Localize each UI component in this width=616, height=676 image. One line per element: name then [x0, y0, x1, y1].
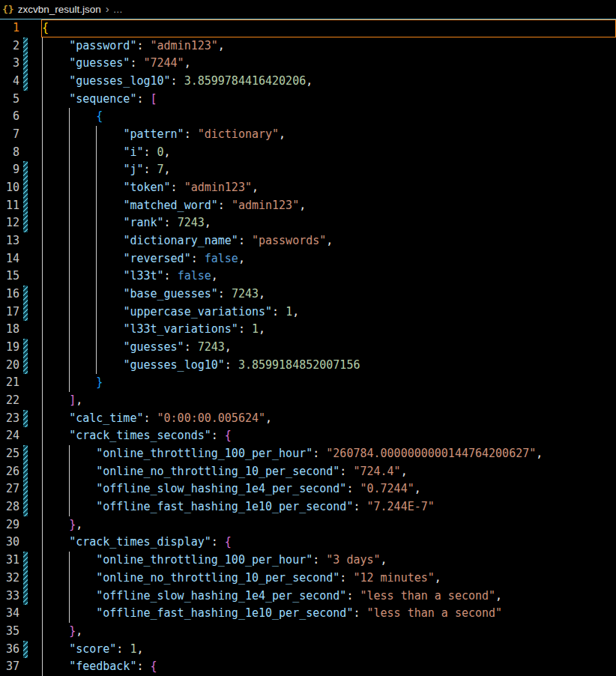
code-text: "calc_time": "0:00:00.005624",: [42, 410, 272, 428]
code-text: "offline_slow_hashing_1e4_per_second": "…: [42, 480, 421, 498]
code-line-6[interactable]: 6 {: [0, 108, 616, 126]
code-text: "online_throttling_100_per_hour": "3 day…: [42, 552, 387, 570]
code-line-19[interactable]: 19 "guesses": 7243,: [0, 339, 616, 357]
modified-line-indicator: [23, 445, 28, 463]
line-number: 36: [0, 641, 19, 659]
modified-line-indicator: [23, 179, 28, 197]
line-number: 18: [0, 321, 19, 339]
modified-line-indicator: [23, 410, 28, 428]
line-number: 26: [0, 463, 19, 481]
line-number: 8: [0, 144, 19, 162]
code-line-31[interactable]: 31 "online_throttling_100_per_hour": "3 …: [0, 552, 616, 570]
modified-line-indicator: [23, 55, 28, 73]
modified-line-indicator: [23, 552, 28, 570]
code-line-27[interactable]: 27 "offline_slow_hashing_1e4_per_second"…: [0, 480, 616, 498]
code-text: "online_no_throttling_10_per_second": "1…: [42, 570, 441, 588]
code-text: "l33t": false,: [42, 268, 218, 286]
code-line-35[interactable]: 35 },: [0, 623, 616, 641]
code-line-26[interactable]: 26 "online_no_throttling_10_per_second":…: [0, 463, 616, 481]
code-line-13[interactable]: 13 "dictionary_name": "passwords",: [0, 232, 616, 250]
modified-line-indicator: [23, 197, 28, 215]
code-line-16[interactable]: 16 "base_guesses": 7243,: [0, 286, 616, 304]
code-line-29[interactable]: 29 },: [0, 516, 616, 534]
line-number: 15: [0, 268, 19, 286]
code-line-7[interactable]: 7 "pattern": "dictionary",: [0, 126, 616, 144]
line-number: 2: [0, 37, 19, 55]
code-line-34[interactable]: 34 "offline_fast_hashing_1e10_per_second…: [0, 605, 616, 623]
code-line-11[interactable]: 11 "matched_word": "admin123",: [0, 197, 616, 215]
code-text: },: [42, 623, 82, 641]
line-number: 5: [0, 91, 19, 109]
line-number: 33: [0, 588, 19, 606]
code-line-5[interactable]: 5 "sequence": [: [0, 91, 616, 109]
code-line-28[interactable]: 28 "offline_fast_hashing_1e10_per_second…: [0, 498, 616, 516]
code-text: "crack_times_seconds": {: [42, 427, 232, 445]
code-line-17[interactable]: 17 "uppercase_variations": 1,: [0, 304, 616, 322]
code-line-32[interactable]: 32 "online_no_throttling_10_per_second":…: [0, 570, 616, 588]
code-line-25[interactable]: 25 "online_throttling_100_per_hour": "26…: [0, 445, 616, 463]
breadcrumb-bar: {} zxcvbn_result.json › …: [0, 0, 616, 19]
line-number: 19: [0, 339, 19, 357]
code-line-37[interactable]: 37 "feedback": {: [0, 658, 616, 676]
code-text: "j": 7,: [42, 161, 171, 179]
line-number: 11: [0, 197, 19, 215]
code-text: {: [42, 19, 49, 37]
code-text: "reversed": false,: [42, 250, 245, 268]
modified-line-indicator: [23, 357, 28, 375]
code-line-1[interactable]: 1{: [0, 19, 616, 37]
code-line-12[interactable]: 12 "rank": 7243,: [0, 214, 616, 232]
code-text: "score": 1,: [42, 641, 143, 659]
code-line-33[interactable]: 33 "offline_slow_hashing_1e4_per_second"…: [0, 588, 616, 606]
code-line-18[interactable]: 18 "l33t_variations": 1,: [0, 321, 616, 339]
line-number: 29: [0, 516, 19, 534]
code-text: "guesses_log10": 3.8599784416420206,: [42, 73, 312, 91]
code-line-3[interactable]: 3 "guesses": "7244",: [0, 55, 616, 73]
code-text: "online_no_throttling_10_per_second": "7…: [42, 463, 408, 481]
modified-line-indicator: [23, 588, 28, 606]
code-line-30[interactable]: 30 "crack_times_display": {: [0, 534, 616, 552]
line-number: 30: [0, 534, 19, 552]
code-line-15[interactable]: 15 "l33t": false,: [0, 268, 616, 286]
line-number: 17: [0, 304, 19, 322]
code-line-22[interactable]: 22 ],: [0, 392, 616, 410]
line-number: 24: [0, 427, 19, 445]
editor: 1{2 "password": "admin123",3 "guesses": …: [0, 19, 616, 676]
code-text: "sequence": [: [42, 91, 157, 109]
code-line-9[interactable]: 9 "j": 7,: [0, 161, 616, 179]
code-line-2[interactable]: 2 "password": "admin123",: [0, 37, 616, 55]
code-text: "matched_word": "admin123",: [42, 197, 306, 215]
modified-line-indicator: [23, 339, 28, 357]
code-line-21[interactable]: 21 }: [0, 374, 616, 392]
modified-line-indicator: [23, 37, 28, 55]
code-line-24[interactable]: 24 "crack_times_seconds": {: [0, 427, 616, 445]
line-number: 23: [0, 410, 19, 428]
code-line-14[interactable]: 14 "reversed": false,: [0, 250, 616, 268]
code-text: "offline_fast_hashing_1e10_per_second": …: [42, 498, 435, 516]
code-line-10[interactable]: 10 "token": "admin123",: [0, 179, 616, 197]
code-text: "pattern": "dictionary",: [42, 126, 286, 144]
line-number: 28: [0, 498, 19, 516]
code-line-23[interactable]: 23 "calc_time": "0:00:00.005624",: [0, 410, 616, 428]
line-number: 37: [0, 658, 19, 676]
line-number: 10: [0, 179, 19, 197]
code-text: "offline_fast_hashing_1e10_per_second": …: [42, 605, 502, 623]
line-number: 14: [0, 250, 19, 268]
code-text: "l33t_variations": 1,: [42, 321, 265, 339]
line-number: 21: [0, 374, 19, 392]
breadcrumb-ellipsis[interactable]: …: [113, 4, 124, 15]
code-line-4[interactable]: 4 "guesses_log10": 3.8599784416420206,: [0, 73, 616, 91]
code-line-8[interactable]: 8 "i": 0,: [0, 144, 616, 162]
line-number: 20: [0, 357, 19, 375]
line-number: 25: [0, 445, 19, 463]
code-line-20[interactable]: 20 "guesses_log10": 3.8599184852007156: [0, 357, 616, 375]
json-file-icon: {}: [2, 4, 14, 15]
line-number: 7: [0, 126, 19, 144]
modified-line-indicator: [23, 463, 28, 481]
modified-line-indicator: [23, 214, 28, 232]
modified-line-indicator: [23, 73, 28, 91]
line-number: 34: [0, 605, 19, 623]
code-text: "dictionary_name": "passwords",: [42, 232, 333, 250]
code-line-36[interactable]: 36 "score": 1,: [0, 641, 616, 659]
breadcrumb-filename[interactable]: zxcvbn_result.json: [18, 4, 101, 15]
modified-line-indicator: [23, 304, 28, 322]
